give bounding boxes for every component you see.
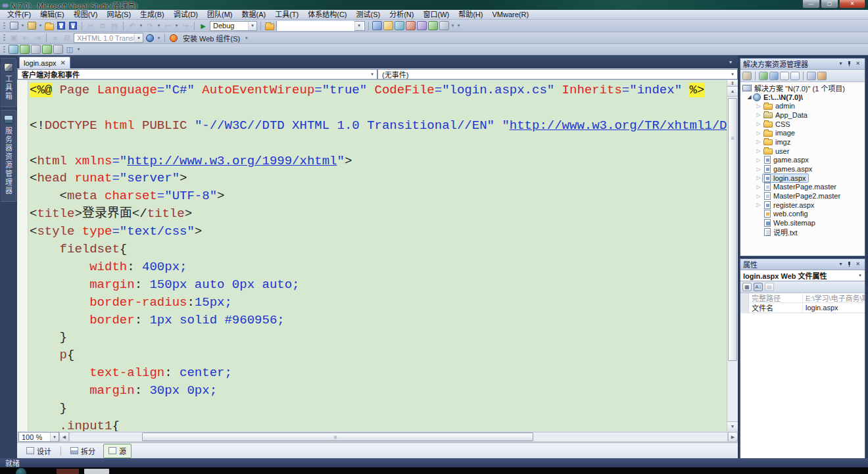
server-explorer-tab[interactable]: 服务器资源管理器 <box>1 110 16 202</box>
save-icon[interactable] <box>56 21 66 31</box>
objects-combo[interactable]: 客户端对象和事件 ▾ <box>17 69 377 80</box>
vertical-scroll-thumb[interactable] <box>728 98 737 361</box>
copy-website-icon[interactable] <box>807 72 816 80</box>
comment-icon[interactable]: ▣ <box>9 33 19 43</box>
properties-icon[interactable] <box>742 72 752 80</box>
immediate-window-icon[interactable] <box>439 21 449 30</box>
expander-icon[interactable]: ▷ <box>755 193 762 199</box>
tree-item[interactable]: ▷MasterPage.master <box>740 183 865 192</box>
paste-icon[interactable]: ▤ <box>109 21 120 31</box>
tree-item-content[interactable]: admin <box>762 101 798 110</box>
tree-item-content[interactable]: web.config <box>762 209 811 218</box>
undo-dropdown-icon[interactable]: ▾ <box>139 23 143 28</box>
scroll-down-icon[interactable]: ▼ <box>727 421 738 431</box>
decrease-indent-icon[interactable]: ⇤ <box>20 33 31 43</box>
toolbar-overflow-icon[interactable]: ▾ <box>76 47 81 52</box>
tree-item-content[interactable]: image <box>762 128 798 137</box>
events-combo[interactable]: (无事件) ▾ <box>377 69 738 80</box>
view-designer-icon[interactable] <box>790 72 800 80</box>
menu-item[interactable]: 团队(M) <box>203 10 237 20</box>
add-new-item-dropdown-icon[interactable]: ▾ <box>38 23 43 28</box>
auto-hide-pin-icon[interactable] <box>845 260 854 268</box>
expander-icon[interactable]: ▷ <box>755 103 762 109</box>
horizontal-scroll-thumb[interactable] <box>142 433 533 441</box>
menu-item[interactable]: 网站(S) <box>102 10 135 20</box>
save-all-icon[interactable] <box>68 21 78 31</box>
chevron-down-icon[interactable]: ▾ <box>248 22 256 30</box>
navigate-forward-icon[interactable]: ↪ <box>180 21 191 31</box>
details-view-icon[interactable] <box>53 45 63 54</box>
view-in-browser-icon[interactable] <box>9 45 18 54</box>
increase-indent-icon[interactable]: ⇥ <box>32 33 43 43</box>
property-row[interactable]: 文件名 login.aspx <box>740 303 865 313</box>
window-position-dropdown-icon[interactable]: ▾ <box>836 60 845 68</box>
tree-item-content[interactable]: App_Data <box>762 110 810 120</box>
copy-icon[interactable]: ⧉ <box>97 21 108 31</box>
search-input[interactable] <box>277 21 354 31</box>
chevron-down-icon[interactable]: ▾ <box>728 72 737 77</box>
expander-icon[interactable]: ▷ <box>755 121 762 127</box>
find-combo[interactable]: ▾ <box>276 21 365 31</box>
properties-window-icon[interactable] <box>383 21 393 30</box>
tree-item[interactable]: ▷imgz <box>740 137 865 147</box>
close-tab-icon[interactable]: ✕ <box>60 60 66 66</box>
tree-item[interactable]: ▷user <box>740 147 865 156</box>
find-in-files-icon[interactable] <box>264 21 275 31</box>
start-debugging-icon[interactable]: ▶ <box>198 21 208 31</box>
expander-icon[interactable]: ▷ <box>755 184 762 190</box>
tree-item[interactable]: ▷image <box>740 128 865 137</box>
tree-item[interactable]: ▷admin <box>740 101 865 110</box>
taskbar-app-button[interactable] <box>84 469 109 474</box>
tree-item[interactable]: ▷MasterPage2.master <box>740 191 865 201</box>
solution-root-row[interactable]: 解决方案 "N(7.0)" (1 个项目) <box>740 83 865 93</box>
solution-explorer-title-bar[interactable]: 解决方案资源管理器 ▾ ✕ <box>740 59 865 70</box>
format-block-icon[interactable]: ⊟ <box>62 33 72 43</box>
menu-item[interactable]: 编辑(E) <box>36 10 69 20</box>
tree-item-content[interactable]: MasterPage2.master <box>762 191 843 201</box>
menu-item[interactable]: 文件(F) <box>3 10 36 20</box>
redo-icon[interactable]: ↷ <box>145 21 155 31</box>
chevron-down-icon[interactable]: ▾ <box>134 34 143 42</box>
menu-item[interactable]: 生成(B) <box>135 10 169 20</box>
scroll-up-icon[interactable]: ▲ <box>727 87 738 97</box>
windows-taskbar[interactable] <box>0 467 868 474</box>
error-list-icon[interactable] <box>417 21 427 30</box>
tree-item[interactable]: ▷CSS <box>740 120 865 129</box>
chevron-down-icon[interactable]: ▾ <box>368 72 377 77</box>
aspnet-configuration-icon[interactable] <box>817 72 827 80</box>
tree-item[interactable]: ▷App_Data <box>740 110 865 120</box>
navigate-backward-icon[interactable]: ↩ <box>162 21 173 31</box>
expander-icon[interactable]: ▷ <box>755 157 762 163</box>
tree-item[interactable]: ▷game.aspx <box>740 156 865 165</box>
toolbox-tab[interactable]: 工具箱 <box>1 58 16 107</box>
property-pages-icon[interactable]: ▤ <box>765 283 774 291</box>
expander-icon[interactable]: ▷ <box>755 148 762 154</box>
menu-item[interactable]: 数据(A) <box>237 10 271 20</box>
tree-item[interactable]: ▷说明.txt <box>740 227 865 237</box>
tree-item-content[interactable]: user <box>762 147 792 156</box>
tree-item-content[interactable]: game.aspx <box>762 155 811 164</box>
menu-item[interactable]: 体系结构(C) <box>303 10 351 20</box>
menu-item[interactable]: VMware(R) <box>487 10 533 20</box>
close-button[interactable]: ✕ <box>839 0 865 9</box>
auto-hide-pin-icon[interactable] <box>845 60 854 68</box>
categorized-icon[interactable]: ▦ <box>742 283 752 291</box>
toolbar-overflow-icon[interactable]: ▾ <box>157 36 161 41</box>
chevron-down-icon[interactable]: ▾ <box>354 22 363 30</box>
chevron-down-icon[interactable]: ▾ <box>856 273 865 278</box>
start-page-icon[interactable] <box>428 21 438 30</box>
object-selector-combo[interactable]: login.aspx Web 文件属性 ▾ <box>740 270 865 281</box>
add-new-item-icon[interactable] <box>26 21 37 31</box>
view-code-icon[interactable] <box>780 72 789 80</box>
editor-horizontal-scrollbar[interactable] <box>69 432 728 442</box>
window-position-dropdown-icon[interactable]: ▾ <box>836 260 845 268</box>
alphabetical-icon[interactable]: A↓ <box>754 283 763 291</box>
menu-item[interactable]: 窗口(W) <box>418 10 454 20</box>
property-row[interactable]: 完整路径 E:\学习\电子商务\期末作品 <box>740 293 865 303</box>
expander-icon[interactable]: ▷ <box>755 202 762 208</box>
source-view-tab[interactable]: 源 <box>103 444 132 458</box>
tree-item-content[interactable]: games.aspx <box>762 164 815 174</box>
menu-item[interactable]: 帮助(H) <box>454 10 487 20</box>
new-project-dropdown-icon[interactable]: ▾ <box>20 23 25 28</box>
tree-item-content[interactable]: MasterPage.master <box>762 182 839 191</box>
